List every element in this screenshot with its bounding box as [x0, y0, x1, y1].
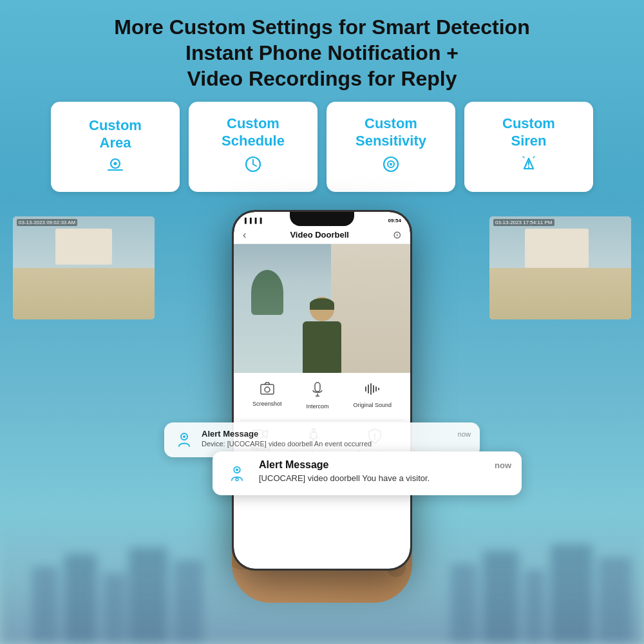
svg-point-35 [236, 469, 238, 471]
phone-device: ▐ ▐ ▐ ▐ 09:54 ‹ Video Doorbell ⊙ [232, 210, 412, 571]
svg-rect-44 [525, 570, 544, 644]
svg-point-11 [528, 166, 529, 167]
camera-area-icon [106, 156, 125, 176]
original-sound-control[interactable]: Original Sound [353, 382, 392, 410]
clock-status: 09:54 [388, 218, 401, 223]
controls-divider [240, 420, 404, 421]
svg-rect-42 [451, 564, 477, 644]
alert-title-1: Alert Message [202, 429, 258, 439]
screenshot-control[interactable]: Screenshot [252, 382, 282, 410]
phone-screen: ▐ ▐ ▐ ▐ 09:54 ‹ Video Doorbell ⊙ [234, 212, 410, 569]
feature-box-custom-sensitivity[interactable]: CustomSensitivity [327, 102, 455, 192]
intercom-label: Intercom [306, 403, 328, 410]
svg-rect-41 [174, 560, 203, 644]
alert-top-row-2: Alert Message now [259, 459, 511, 471]
alert-icon-2 [223, 459, 251, 488]
svg-point-8 [390, 163, 392, 166]
feature-box-custom-siren[interactable]: CustomSiren [464, 102, 593, 192]
left-thumb-timestamp: 03-13-2023 09:02:33 AM [17, 219, 77, 226]
siren-icon [519, 155, 538, 178]
signal-icon: ▐ ▐ ▐ ▐ [243, 218, 261, 223]
alert-time-2: now [495, 460, 511, 470]
svg-rect-38 [64, 554, 97, 644]
clock-icon [243, 155, 263, 178]
alert-notification-2: Alert Message now [UCOCARE] video doorbe… [213, 451, 522, 495]
phone-notch [290, 212, 354, 226]
alert-message-1: Device: [UCOCARE] video doorbell An even… [202, 440, 471, 448]
svg-point-1 [114, 162, 117, 165]
app-header: ‹ Video Doorbell ⊙ [234, 226, 410, 244]
svg-line-12 [523, 156, 524, 158]
alert-message-2: [UCOCARE] video doorbell You have a visi… [259, 473, 511, 483]
screenshot-label: Screenshot [252, 401, 282, 407]
feature-box-custom-schedule[interactable]: CustomSchedule [189, 102, 317, 192]
feature-label-custom-schedule: CustomSchedule [222, 115, 285, 149]
app-title: Video Doorbell [290, 230, 349, 240]
screenshot-icon [260, 382, 274, 398]
alert-top-row-1: Alert Message now [202, 429, 471, 439]
header-title: More Custom Settings for Smart Detection… [26, 14, 618, 91]
svg-line-13 [533, 156, 535, 158]
intercom-control[interactable]: Intercom [306, 382, 328, 410]
video-feed [234, 244, 410, 373]
intercom-icon [312, 382, 323, 401]
feature-box-custom-area[interactable]: CustomArea [51, 102, 180, 192]
svg-rect-45 [551, 544, 592, 644]
svg-rect-16 [315, 383, 320, 392]
alert-card-2: Alert Message now [UCOCARE] video doorbe… [213, 451, 522, 495]
alert-time-1: now [458, 430, 471, 438]
svg-rect-37 [32, 567, 58, 644]
alert-title-2: Alert Message [259, 459, 329, 471]
sound-icon [365, 382, 380, 399]
feature-boxes: CustomArea CustomSchedule CustomSensitiv… [0, 102, 644, 204]
controls-row-1: Screenshot Intercom [240, 382, 404, 410]
feature-label-custom-sensitivity: CustomSensitivity [355, 115, 426, 149]
svg-line-5 [253, 164, 256, 166]
left-thumbnail: 03-13-2023 09:02:33 AM [13, 216, 155, 319]
alert-content-1: Alert Message now Device: [UCOCARE] vide… [202, 429, 471, 448]
back-icon[interactable]: ‹ [243, 229, 246, 241]
settings-icon[interactable]: ⊙ [393, 229, 401, 241]
sensitivity-icon [381, 155, 401, 178]
alert-icon-1 [173, 429, 195, 451]
header-section: More Custom Settings for Smart Detection… [0, 0, 644, 102]
svg-rect-40 [129, 547, 167, 644]
right-thumb-timestamp: 03-13-2023 17:54:11 PM [493, 219, 554, 226]
svg-point-15 [265, 387, 270, 392]
right-thumbnail: 03-13-2023 17:54:11 PM [489, 216, 631, 319]
alert-content-2: Alert Message now [UCOCARE] video doorbe… [259, 459, 511, 483]
feature-label-custom-siren: CustomSiren [502, 115, 555, 149]
svg-point-36 [236, 478, 238, 481]
original-sound-label: Original Sound [353, 402, 392, 408]
svg-rect-46 [599, 557, 631, 644]
svg-rect-43 [483, 551, 518, 644]
svg-rect-39 [103, 573, 126, 644]
phone-body: ▐ ▐ ▐ ▐ 09:54 ‹ Video Doorbell ⊙ [232, 210, 412, 571]
feature-label-custom-area: CustomArea [89, 117, 142, 151]
svg-point-33 [183, 435, 185, 438]
